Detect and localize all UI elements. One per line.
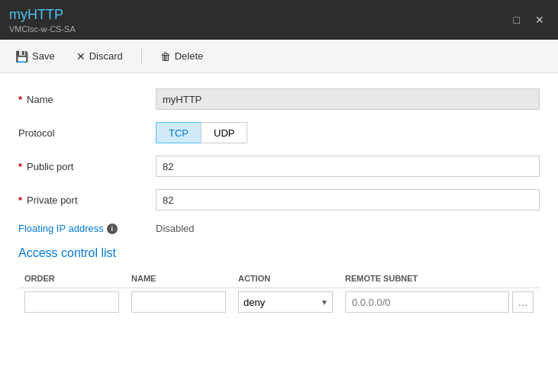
floating-ip-value: Disabled [156, 223, 195, 234]
floating-ip-control-area: Disabled [156, 223, 540, 234]
delete-button[interactable]: 🗑 Delete [157, 49, 207, 64]
app-subtitle: VMClsc-w-CS-SA [9, 24, 76, 34]
delete-icon: 🗑 [160, 50, 171, 63]
title-http: HTTP [27, 7, 63, 22]
public-port-row: * Public port [18, 156, 540, 177]
floating-ip-label-text: Floating IP address [18, 223, 104, 234]
discard-label: Discard [89, 50, 123, 62]
acl-name-input[interactable] [131, 291, 226, 313]
acl-row: deny allow ▼ … [18, 288, 540, 316]
public-port-required-star: * [18, 161, 22, 172]
public-port-label: * Public port [18, 161, 156, 172]
public-port-input[interactable] [156, 156, 540, 177]
private-port-input[interactable] [156, 189, 540, 210]
private-port-label: * Private port [18, 194, 156, 206]
private-port-control-area [156, 189, 540, 210]
public-port-label-text: Public port [27, 161, 73, 172]
floating-ip-label: Floating IP address i [18, 223, 156, 234]
protocol-tcp-button[interactable]: TCP [156, 122, 201, 143]
protocol-row: Protocol TCP UDP [18, 122, 540, 143]
col-order: ORDER [18, 271, 125, 288]
acl-table: ORDER NAME ACTION REMOTE SUBNET deny [18, 271, 540, 316]
acl-action-cell: deny allow ▼ [232, 288, 339, 316]
protocol-udp-button[interactable]: UDP [201, 122, 247, 143]
discard-button[interactable]: ✕ Discard [73, 49, 126, 64]
protocol-label: Protocol [18, 127, 156, 139]
save-button[interactable]: 💾 Save [12, 49, 58, 64]
name-input[interactable] [156, 88, 540, 110]
remote-subnet-wrapper: … [345, 291, 534, 313]
col-action: ACTION [232, 271, 339, 288]
app-title: myHTTP [9, 7, 76, 23]
acl-action-select[interactable]: deny allow [238, 291, 333, 313]
name-label: * Name [18, 94, 156, 105]
protocol-group: TCP UDP [156, 122, 540, 143]
acl-remote-subnet-cell: … [339, 288, 540, 316]
protocol-control-area: TCP UDP [156, 122, 540, 143]
col-name: NAME [125, 271, 232, 288]
private-port-required-star: * [18, 194, 22, 206]
minimize-button[interactable]: □ [509, 12, 524, 27]
acl-order-input[interactable] [24, 291, 119, 313]
floating-ip-row: Floating IP address i Disabled [18, 223, 540, 234]
acl-name-cell [125, 288, 232, 316]
acl-action-select-wrapper: deny allow ▼ [238, 291, 333, 313]
toolbar: 💾 Save ✕ Discard 🗑 Delete [0, 40, 558, 73]
content-area: * Name Protocol TCP UDP * Public port [0, 73, 558, 392]
col-remote-subnet: REMOTE SUBNET [339, 271, 540, 288]
delete-label: Delete [175, 50, 204, 62]
name-label-text: Name [27, 94, 53, 105]
private-port-row: * Private port [18, 189, 540, 210]
floating-ip-info-icon[interactable]: i [107, 223, 118, 234]
protocol-label-text: Protocol [18, 127, 55, 139]
discard-icon: ✕ [76, 50, 85, 63]
acl-order-cell [18, 288, 125, 316]
private-port-label-text: Private port [27, 194, 77, 206]
name-row: * Name [18, 88, 540, 110]
remote-subnet-input[interactable] [345, 291, 509, 313]
public-port-control-area [156, 156, 540, 177]
save-label: Save [32, 50, 55, 62]
acl-header-row: ORDER NAME ACTION REMOTE SUBNET [18, 271, 540, 288]
name-control-area [156, 88, 540, 110]
save-icon: 💾 [15, 50, 28, 63]
toolbar-divider [141, 49, 142, 64]
name-required-star: * [18, 94, 22, 105]
title-my: my [9, 7, 27, 22]
title-bar: myHTTP VMClsc-w-CS-SA □ ✕ [0, 0, 558, 40]
acl-section-title: Access control list [18, 246, 540, 260]
close-button[interactable]: ✕ [531, 12, 549, 27]
remote-subnet-ellipsis-button[interactable]: … [512, 291, 534, 313]
